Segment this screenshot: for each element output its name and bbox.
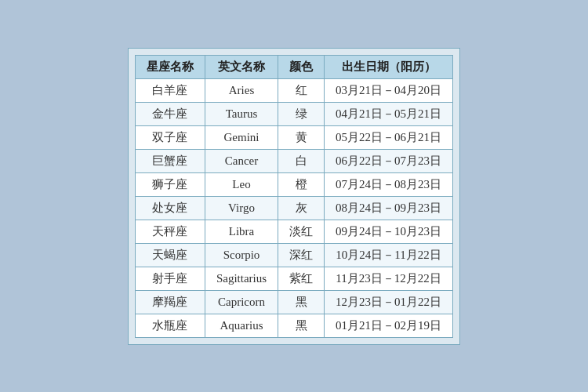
table-cell-1-2: 绿 (278, 102, 325, 125)
table-cell-6-3: 09月24日－10月23日 (325, 220, 453, 243)
table-row: 摩羯座Capricorn黑12月23日－01月22日 (135, 290, 452, 314)
table-cell-8-0: 射手座 (135, 267, 205, 290)
table-row: 天蝎座Scorpio深红10月24日－11月22日 (135, 243, 452, 267)
table-cell-0-0: 白羊座 (135, 78, 205, 102)
table-cell-3-3: 06月22日－07月23日 (325, 149, 453, 172)
table-cell-0-3: 03月21日－04月20日 (325, 78, 453, 102)
table-cell-7-1: Scorpio (205, 243, 278, 267)
table-cell-5-2: 灰 (278, 196, 325, 220)
table-row: 双子座Gemini黄05月22日－06月21日 (135, 125, 452, 149)
table-cell-9-2: 黑 (278, 290, 325, 314)
table-cell-3-1: Cancer (205, 149, 278, 172)
table-cell-8-2: 紫红 (278, 267, 325, 290)
column-header-3: 出生日期（阳历） (325, 55, 453, 78)
table-cell-4-0: 狮子座 (135, 172, 205, 196)
table-cell-10-1: Aquarius (205, 314, 278, 337)
table-cell-9-0: 摩羯座 (135, 290, 205, 314)
table-cell-1-1: Taurus (205, 102, 278, 125)
table-cell-3-2: 白 (278, 149, 325, 172)
table-row: 金牛座Taurus绿04月21日－05月21日 (135, 102, 452, 125)
table-header-row: 星座名称英文名称颜色出生日期（阳历） (135, 55, 452, 78)
column-header-0: 星座名称 (135, 55, 205, 78)
table-cell-10-0: 水瓶座 (135, 314, 205, 337)
table-cell-4-1: Leo (205, 172, 278, 196)
table-cell-0-1: Aries (205, 78, 278, 102)
column-header-1: 英文名称 (205, 55, 278, 78)
table-row: 白羊座Aries红03月21日－04月20日 (135, 78, 452, 102)
zodiac-table: 星座名称英文名称颜色出生日期（阳历） 白羊座Aries红03月21日－04月20… (135, 55, 453, 338)
table-cell-7-0: 天蝎座 (135, 243, 205, 267)
table-container: 星座名称英文名称颜色出生日期（阳历） 白羊座Aries红03月21日－04月20… (128, 48, 460, 345)
table-cell-3-0: 巨蟹座 (135, 149, 205, 172)
table-cell-4-2: 橙 (278, 172, 325, 196)
table-cell-2-1: Gemini (205, 125, 278, 149)
table-cell-7-2: 深红 (278, 243, 325, 267)
table-cell-2-3: 05月22日－06月21日 (325, 125, 453, 149)
table-row: 狮子座Leo橙07月24日－08月23日 (135, 172, 452, 196)
table-cell-4-3: 07月24日－08月23日 (325, 172, 453, 196)
table-cell-5-0: 处女座 (135, 196, 205, 220)
table-cell-2-0: 双子座 (135, 125, 205, 149)
column-header-2: 颜色 (278, 55, 325, 78)
table-cell-8-1: Sagittarius (205, 267, 278, 290)
table-row: 射手座Sagittarius紫红11月23日－12月22日 (135, 267, 452, 290)
table-cell-1-3: 04月21日－05月21日 (325, 102, 453, 125)
table-cell-7-3: 10月24日－11月22日 (325, 243, 453, 267)
table-cell-10-2: 黑 (278, 314, 325, 337)
table-cell-10-3: 01月21日－02月19日 (325, 314, 453, 337)
table-cell-1-0: 金牛座 (135, 102, 205, 125)
table-cell-2-2: 黄 (278, 125, 325, 149)
table-cell-9-1: Capricorn (205, 290, 278, 314)
table-cell-0-2: 红 (278, 78, 325, 102)
table-cell-6-2: 淡红 (278, 220, 325, 243)
table-row: 水瓶座Aquarius黑01月21日－02月19日 (135, 314, 452, 337)
table-cell-6-1: Libra (205, 220, 278, 243)
table-row: 处女座Virgo灰08月24日－09月23日 (135, 196, 452, 220)
table-cell-6-0: 天秤座 (135, 220, 205, 243)
table-row: 天秤座Libra淡红09月24日－10月23日 (135, 220, 452, 243)
table-cell-5-1: Virgo (205, 196, 278, 220)
table-row: 巨蟹座Cancer白06月22日－07月23日 (135, 149, 452, 172)
table-cell-5-3: 08月24日－09月23日 (325, 196, 453, 220)
table-cell-8-3: 11月23日－12月22日 (325, 267, 453, 290)
table-cell-9-3: 12月23日－01月22日 (325, 290, 453, 314)
